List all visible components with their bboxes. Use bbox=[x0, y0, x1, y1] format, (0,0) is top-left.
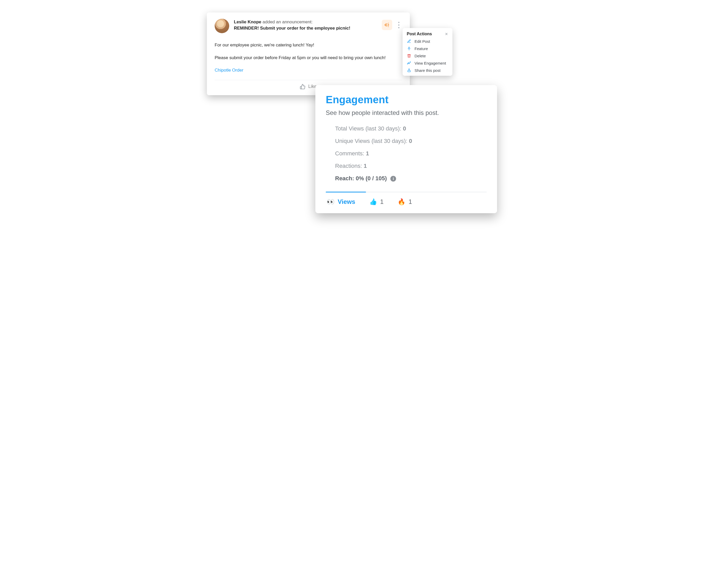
action-share[interactable]: Share this post bbox=[407, 68, 448, 73]
author-name[interactable]: Leslie Knope bbox=[234, 19, 261, 25]
action-feature[interactable]: Feature bbox=[407, 46, 448, 51]
tab-views[interactable]: 👀 Views bbox=[327, 198, 355, 205]
post-paragraph: Please submit your order before Friday a… bbox=[214, 55, 402, 61]
eyes-icon: 👀 bbox=[327, 198, 335, 205]
trash-icon bbox=[407, 53, 411, 58]
stat-total-views: Total Views (last 30 days): 0 bbox=[335, 125, 487, 132]
avatar[interactable] bbox=[214, 19, 229, 33]
tab-count: 1 bbox=[380, 198, 384, 205]
action-label: View Engagement bbox=[415, 61, 446, 66]
stat-label: Reach: 0% (0 / 105) bbox=[335, 175, 387, 181]
thumb-up-icon bbox=[300, 84, 306, 89]
stat-value: 0 bbox=[403, 125, 406, 132]
engagement-tabs: 👀 Views 👍 1 🔥 1 bbox=[326, 193, 487, 205]
stat-label: Comments: bbox=[335, 150, 366, 157]
post-byline: Leslie Knope added an announcement: bbox=[234, 19, 377, 25]
tab-count: 1 bbox=[408, 198, 412, 205]
stat-label: Total Views (last 30 days): bbox=[335, 125, 403, 132]
action-label: Share this post bbox=[415, 68, 440, 73]
engagement-stats: Total Views (last 30 days): 0 Unique Vie… bbox=[326, 125, 487, 182]
post-title-block: Leslie Knope added an announcement: REMI… bbox=[234, 19, 377, 31]
info-icon[interactable]: i bbox=[390, 176, 396, 181]
post-body: For our employee picnic, we're catering … bbox=[214, 42, 402, 74]
kebab-menu-icon[interactable] bbox=[395, 20, 402, 30]
stat-value: 1 bbox=[366, 150, 369, 157]
action-label: Delete bbox=[415, 54, 426, 58]
stat-comments: Comments: 1 bbox=[335, 150, 487, 157]
tab-label: Views bbox=[338, 198, 355, 205]
close-icon[interactable] bbox=[445, 32, 448, 36]
post-verb: added an announcement: bbox=[263, 19, 313, 25]
post-header: Leslie Knope added an announcement: REMI… bbox=[214, 19, 402, 33]
order-link[interactable]: Chipotle Order bbox=[214, 68, 243, 73]
stat-label: Reactions: bbox=[335, 163, 364, 169]
post-header-actions bbox=[382, 19, 402, 30]
tab-fire[interactable]: 🔥 1 bbox=[398, 198, 412, 205]
stat-reactions: Reactions: 1 bbox=[335, 163, 487, 169]
action-delete[interactable]: Delete bbox=[407, 53, 448, 58]
like-button[interactable]: Like bbox=[300, 84, 317, 89]
stat-value: 0 bbox=[409, 138, 412, 144]
post-paragraph: For our employee picnic, we're catering … bbox=[214, 42, 402, 48]
action-edit-post[interactable]: Edit Post bbox=[407, 39, 448, 44]
stat-value: 1 bbox=[364, 163, 367, 169]
announcement-icon bbox=[382, 20, 392, 30]
post-subject: REMINDER! Submit your order for the empl… bbox=[234, 26, 377, 31]
stat-unique-views: Unique Views (last 30 days): 0 bbox=[335, 138, 487, 144]
pin-icon bbox=[407, 46, 411, 51]
engagement-panel: Engagement See how people interacted wit… bbox=[315, 85, 497, 213]
share-icon bbox=[407, 68, 411, 73]
post-card: Leslie Knope added an announcement: REMI… bbox=[207, 12, 410, 95]
pencil-icon bbox=[407, 39, 411, 44]
stat-label: Unique Views (last 30 days): bbox=[335, 138, 409, 144]
action-label: Edit Post bbox=[415, 39, 430, 44]
action-label: Feature bbox=[415, 46, 428, 51]
engagement-title: Engagement bbox=[326, 94, 487, 106]
stat-reach: Reach: 0% (0 / 105) i bbox=[335, 175, 487, 182]
tab-indicator bbox=[326, 192, 366, 193]
fire-icon: 🔥 bbox=[398, 198, 405, 205]
engagement-subtitle: See how people interacted with this post… bbox=[326, 109, 487, 117]
post-actions-popover: Post Actions Edit Post Feature bbox=[402, 28, 453, 76]
tab-underline bbox=[326, 192, 487, 193]
thumb-icon: 👍 bbox=[369, 198, 377, 205]
tab-likes[interactable]: 👍 1 bbox=[369, 198, 384, 205]
action-view-engagement[interactable]: View Engagement bbox=[407, 61, 448, 66]
popover-title: Post Actions bbox=[407, 32, 432, 36]
analytics-icon bbox=[407, 61, 411, 66]
